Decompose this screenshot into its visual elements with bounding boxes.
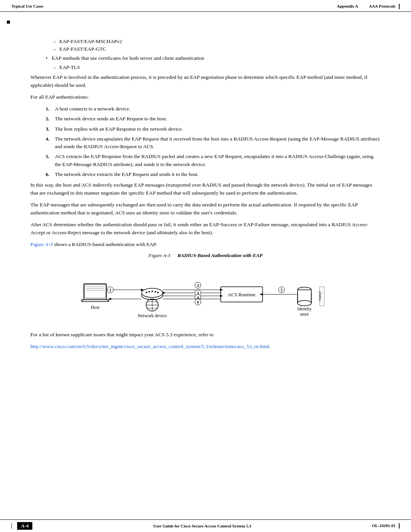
page-footer: A-4 User Guide for Cisco Secure Access C… [0, 519, 411, 532]
figure-caption: Figure A-3 RADIUS-Based Authentication w… [30, 252, 381, 259]
figure-number: 250851 [318, 291, 322, 301]
host-label: Host [91, 305, 100, 310]
para-supplicant-issues: For a list of known supplicant issues th… [30, 331, 381, 339]
svg-point-21 [298, 300, 311, 306]
svg-point-11 [148, 291, 150, 292]
svg-rect-0 [84, 284, 107, 300]
para-eap-success-failure: After ACS determines whether the authent… [30, 221, 381, 237]
svg-rect-1 [84, 284, 106, 298]
main-content: EAP-FAST/EAP-MSCHAPv2 EAP-FAST/EAP-GTC E… [0, 19, 411, 385]
numbered-list: 1. A host connects to a network device. … [46, 105, 381, 178]
footer-page-number: A-4 [17, 522, 32, 530]
header-appendix: Appendix A AAA Protocols [337, 4, 400, 9]
numbered-item-5: 5. ACS extracts the EAP Response from th… [46, 153, 381, 168]
dash-item-2: EAP-FAST/EAP-GTC [53, 46, 381, 52]
numbered-item-4: 4. The network device encapsulates the E… [46, 135, 381, 151]
dash-item-1: EAP-FAST/EAP-MSCHAPv2 [53, 38, 381, 45]
svg-text:6: 6 [197, 300, 199, 304]
footer-center-text: User Guide for Cisco Secure Access Contr… [153, 524, 251, 528]
numbered-item-3: 3. The host replies with an EAP Response… [46, 125, 381, 133]
svg-point-10 [146, 292, 147, 293]
footer-right-text: OL-24201-01 [372, 523, 400, 529]
para-link: http://www.cisco.com/en/US/docs/net_mgmt… [30, 343, 381, 351]
dash-list-1: EAP-FAST/EAP-MSCHAPv2 EAP-FAST/EAP-GTC [53, 38, 381, 52]
network-device-label: Network device [138, 313, 167, 318]
figure-a3-link[interactable]: Figure A-3 [30, 241, 53, 247]
acs-runtime-label: ACS Runtime [228, 292, 256, 297]
svg-text:5: 5 [280, 288, 283, 292]
footer-left: A-4 [11, 522, 32, 530]
svg-rect-2 [81, 300, 109, 302]
numbered-item-2: 2. The network device sends an EAP Reque… [46, 115, 381, 123]
svg-point-12 [151, 291, 153, 292]
para-eap-identity-store: The EAP messages that are subsequently e… [30, 201, 381, 217]
para-for-all-eap: For all EAP authentications: [30, 93, 381, 101]
figure-caption-title: RADIUS-Based Authentication with EAP [178, 252, 263, 258]
para-eap-negotiation: Whenever EAP is involved in the authenti… [30, 73, 381, 89]
diagram-svg: Host Network device [76, 264, 335, 325]
svg-text:1: 1 [109, 288, 112, 292]
diagram-container: Host Network device [30, 264, 381, 325]
bullet-item-1: EAP methods that use certificates for bo… [46, 55, 381, 61]
svg-point-14 [157, 292, 159, 293]
para-eap-exchange: In this way, the host and ACS indirectly… [30, 181, 381, 197]
svg-point-13 [155, 291, 156, 292]
header-typical-use-cases: Typical Use Cases [11, 4, 43, 8]
svg-point-9 [142, 288, 163, 297]
numbered-item-6: 6. The network device extracts the EAP R… [46, 171, 381, 178]
dash-item-eap-tls: EAP-TLS [53, 64, 381, 70]
cisco-link[interactable]: http://www.cisco.com/en/US/docs/net_mgmt… [30, 343, 269, 349]
bullet-list: EAP methods that use certificates for bo… [46, 55, 381, 61]
page-container: Typical Use Cases Appendix A AAA Protoco… [0, 0, 411, 532]
numbered-item-1: 1. A host connects to a network device. [46, 105, 381, 113]
identity-store-label2: store [300, 312, 309, 317]
dash-list-2: EAP-TLS [53, 64, 381, 70]
svg-text:2: 2 [197, 283, 199, 288]
figure-caption-prefix: Figure A-3 [148, 252, 170, 258]
para-figure-ref: Figure A-3 shows a RADIUS-based authenti… [30, 241, 381, 249]
identity-store-label: Identity [297, 306, 311, 312]
sidebar-indicator [7, 21, 10, 24]
page-header: Typical Use Cases Appendix A AAA Protoco… [0, 0, 411, 12]
